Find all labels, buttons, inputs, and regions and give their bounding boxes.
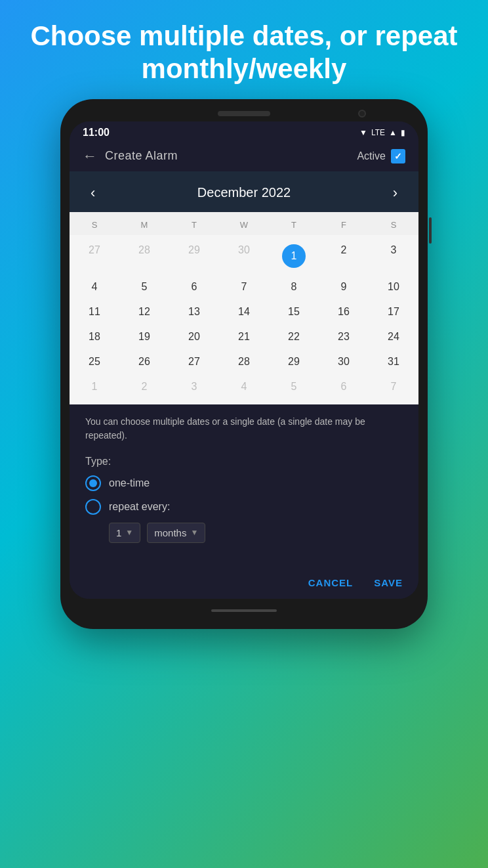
weekday-sun: S xyxy=(70,217,119,232)
radio-button-repeat[interactable] xyxy=(85,499,101,515)
chevron-down-icon-2: ▼ xyxy=(190,528,198,537)
table-row[interactable]: 27 xyxy=(70,238,119,274)
table-row[interactable]: 27 xyxy=(169,349,219,374)
status-bar: 11:00 ▼ LTE ▲ ▮ xyxy=(70,121,418,141)
active-area: Active ✓ xyxy=(357,149,405,163)
table-row[interactable]: 23 xyxy=(319,324,369,349)
table-row[interactable]: 6 xyxy=(169,274,219,299)
table-row[interactable]: 2 xyxy=(319,238,369,274)
table-row[interactable]: 4 xyxy=(219,374,269,399)
table-row[interactable]: 30 xyxy=(219,238,269,274)
volume-button xyxy=(429,217,432,244)
table-row[interactable]: 5 xyxy=(269,374,319,399)
table-row[interactable]: 3 xyxy=(169,374,219,399)
table-row[interactable]: 28 xyxy=(119,238,169,274)
radio-label-repeat: repeat every: xyxy=(109,501,170,513)
table-row[interactable]: 15 xyxy=(269,299,319,324)
table-row[interactable]: 29 xyxy=(169,238,219,274)
table-row[interactable]: 10 xyxy=(369,274,418,299)
table-row[interactable]: 17 xyxy=(369,299,418,324)
type-label: Type: xyxy=(85,456,403,467)
repeat-row: 1 ▼ months ▼ xyxy=(109,523,403,543)
app-bar: ← Create Alarm Active ✓ xyxy=(70,141,418,171)
back-button[interactable]: ← xyxy=(83,148,97,165)
app-bar-left: ← Create Alarm xyxy=(83,148,178,165)
action-buttons: CANCEL SAVE xyxy=(70,564,418,599)
active-checkbox[interactable]: ✓ xyxy=(391,149,405,163)
weekday-fri: F xyxy=(319,217,369,232)
selected-day[interactable]: 1 xyxy=(269,238,319,274)
active-label: Active xyxy=(357,150,386,162)
table-row[interactable]: 30 xyxy=(319,349,369,374)
repeat-unit-dropdown[interactable]: months ▼ xyxy=(147,523,205,543)
table-row[interactable]: 25 xyxy=(70,349,119,374)
table-row[interactable]: 16 xyxy=(319,299,369,324)
table-row[interactable]: 6 xyxy=(319,374,369,399)
weekday-thu: T xyxy=(269,217,319,232)
table-row[interactable]: 18 xyxy=(70,324,119,349)
table-row[interactable]: 9 xyxy=(319,274,369,299)
battery-icon: ▮ xyxy=(401,128,405,137)
app-bar-title: Create Alarm xyxy=(105,149,178,163)
phone-screen: 11:00 ▼ LTE ▲ ▮ ← Create Alarm Active ✓ xyxy=(70,121,418,599)
phone-bottom xyxy=(70,604,418,617)
table-row[interactable]: 20 xyxy=(169,324,219,349)
next-month-button[interactable]: › xyxy=(388,182,403,204)
table-row[interactable]: 7 xyxy=(219,274,269,299)
table-row[interactable]: 3 xyxy=(369,238,418,274)
phone-top-bar xyxy=(70,111,418,116)
table-row[interactable]: 21 xyxy=(219,324,269,349)
wifi-icon: ▼ xyxy=(359,128,367,137)
weekday-sat: S xyxy=(369,217,418,232)
radio-option-one-time[interactable]: one-time xyxy=(85,475,403,491)
cancel-button[interactable]: CANCEL xyxy=(306,573,356,592)
status-time: 11:00 xyxy=(83,127,110,139)
prev-month-button[interactable]: ‹ xyxy=(85,182,100,204)
table-row[interactable]: 7 xyxy=(369,374,418,399)
table-row[interactable]: 5 xyxy=(119,274,169,299)
phone-speaker xyxy=(218,111,270,116)
table-row[interactable]: 28 xyxy=(219,349,269,374)
table-row[interactable]: 31 xyxy=(369,349,418,374)
repeat-value-dropdown[interactable]: 1 ▼ xyxy=(109,523,140,543)
repeat-unit: months xyxy=(154,527,186,538)
repeat-value: 1 xyxy=(116,527,121,538)
description-text: You can choose multiple dates or a singl… xyxy=(85,415,403,443)
weekday-tue: T xyxy=(169,217,219,232)
table-row[interactable]: 13 xyxy=(169,299,219,324)
weekday-mon: M xyxy=(119,217,169,232)
bottom-content: You can choose multiple dates or a singl… xyxy=(70,404,418,564)
table-row[interactable]: 1 xyxy=(70,374,119,399)
chevron-down-icon: ▼ xyxy=(125,528,133,537)
weekday-wed: W xyxy=(219,217,269,232)
phone-mockup: 11:00 ▼ LTE ▲ ▮ ← Create Alarm Active ✓ xyxy=(60,99,428,629)
table-row[interactable]: 19 xyxy=(119,324,169,349)
front-camera xyxy=(358,110,366,118)
type-section: Type: one-time repeat every: 1 ▼ xyxy=(85,456,403,543)
calendar-days: 27 28 29 30 1 2 3 4 5 6 7 8 9 10 11 12 1… xyxy=(70,235,418,404)
signal-icon: ▲ xyxy=(389,128,397,137)
table-row[interactable]: 22 xyxy=(269,324,319,349)
table-row[interactable]: 12 xyxy=(119,299,169,324)
table-row[interactable]: 8 xyxy=(269,274,319,299)
calendar-weekdays: S M T W T F S xyxy=(70,212,418,235)
lte-icon: LTE xyxy=(371,128,385,137)
table-row[interactable]: 14 xyxy=(219,299,269,324)
calendar-header: ‹ December 2022 › xyxy=(70,171,418,212)
radio-button-one-time[interactable] xyxy=(85,475,101,491)
calendar: ‹ December 2022 › S M T W T F S 27 28 29… xyxy=(70,171,418,404)
table-row[interactable]: 4 xyxy=(70,274,119,299)
hero-title: Choose multiple dates, or repeat monthly… xyxy=(0,0,488,99)
home-bar xyxy=(211,609,277,612)
calendar-month-year: December 2022 xyxy=(197,185,291,200)
radio-option-repeat[interactable]: repeat every: xyxy=(85,499,403,515)
table-row[interactable]: 29 xyxy=(269,349,319,374)
save-button[interactable]: SAVE xyxy=(371,573,405,592)
table-row[interactable]: 11 xyxy=(70,299,119,324)
status-icons: ▼ LTE ▲ ▮ xyxy=(359,128,405,137)
radio-label-one-time: one-time xyxy=(109,477,150,489)
table-row[interactable]: 26 xyxy=(119,349,169,374)
table-row[interactable]: 24 xyxy=(369,324,418,349)
table-row[interactable]: 2 xyxy=(119,374,169,399)
